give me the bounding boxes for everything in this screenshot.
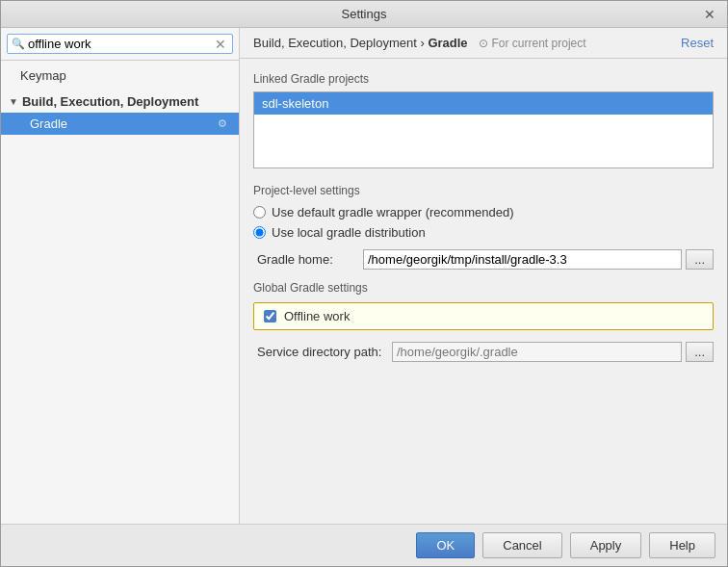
sidebar: 🔍 ✕ Keymap ▼ Build, Execution, Deploymen… — [1, 28, 240, 524]
settings-icon: ⚙ — [218, 117, 227, 130]
radio-local-distribution[interactable] — [253, 226, 266, 239]
sidebar-group-header-build[interactable]: ▼ Build, Execution, Deployment — [1, 90, 239, 113]
search-wrapper: 🔍 ✕ — [7, 34, 233, 54]
radio-row-local-distribution: Use local gradle distribution — [253, 225, 714, 240]
offline-work-label[interactable]: Offline work — [284, 309, 350, 323]
content-panel: Build, Execution, Deployment › Gradle ⊙ … — [240, 28, 727, 524]
apply-button[interactable]: Apply — [570, 532, 642, 558]
search-bar: 🔍 ✕ — [1, 28, 239, 61]
sidebar-items: Keymap ▼ Build, Execution, Deployment Gr… — [1, 61, 239, 142]
ok-button[interactable]: OK — [416, 532, 475, 558]
close-button[interactable]: ✕ — [700, 5, 719, 24]
service-dir-row: Service directory path: ... — [257, 342, 714, 362]
breadcrumb-sub: ⊙ For current project — [479, 37, 585, 50]
dialog-footer: OK Cancel Apply Help — [1, 524, 727, 566]
reset-link[interactable]: Reset — [681, 36, 714, 50]
radio-default-wrapper-label[interactable]: Use default gradle wrapper (recommended) — [272, 205, 513, 219]
breadcrumb: Build, Execution, Deployment › Gradle ⊙ … — [253, 36, 586, 50]
service-dir-label: Service directory path: — [257, 345, 392, 359]
offline-work-box: Offline work — [253, 302, 714, 330]
offline-work-checkbox[interactable] — [264, 310, 276, 322]
dialog-body: 🔍 ✕ Keymap ▼ Build, Execution, Deploymen… — [1, 28, 727, 524]
project-settings-label: Project-level settings — [253, 184, 714, 197]
search-icon: 🔍 — [12, 38, 25, 50]
gradle-home-label: Gradle home: — [257, 252, 363, 267]
sidebar-group-build: ▼ Build, Execution, Deployment Gradle ⚙ — [1, 87, 239, 139]
gradle-home-input[interactable] — [363, 249, 682, 270]
radio-row-default-wrapper: Use default gradle wrapper (recommended) — [253, 205, 714, 219]
sidebar-item-gradle[interactable]: Gradle ⚙ — [1, 113, 239, 135]
settings-dialog: Settings ✕ 🔍 ✕ Keymap — [0, 0, 728, 567]
radio-default-wrapper[interactable] — [253, 206, 266, 219]
radio-local-distribution-label[interactable]: Use local gradle distribution — [272, 225, 426, 240]
content-body: Linked Gradle projects sdl-skeleton Proj… — [240, 59, 727, 524]
gradle-home-row: Gradle home: ... — [257, 249, 714, 270]
search-clear-button[interactable]: ✕ — [213, 38, 228, 51]
linked-project-item[interactable]: sdl-skeleton — [254, 92, 713, 115]
global-settings-label: Global Gradle settings — [253, 281, 714, 295]
sidebar-item-keymap[interactable]: Keymap — [1, 64, 239, 87]
expand-arrow-icon: ▼ — [9, 96, 18, 107]
cancel-button[interactable]: Cancel — [482, 532, 561, 558]
linked-projects-box: sdl-skeleton — [253, 91, 714, 168]
content-header: Build, Execution, Deployment › Gradle ⊙ … — [240, 28, 727, 59]
dialog-title: Settings — [28, 7, 700, 21]
title-bar: Settings ✕ — [1, 1, 727, 28]
search-input[interactable] — [28, 37, 213, 51]
gradle-home-browse-button[interactable]: ... — [686, 249, 714, 270]
service-dir-browse-button[interactable]: ... — [686, 342, 714, 362]
radio-group-gradle-wrapper: Use default gradle wrapper (recommended)… — [253, 205, 714, 240]
help-button[interactable]: Help — [649, 532, 715, 558]
linked-projects-label: Linked Gradle projects — [253, 72, 714, 86]
service-dir-input[interactable] — [392, 342, 682, 362]
